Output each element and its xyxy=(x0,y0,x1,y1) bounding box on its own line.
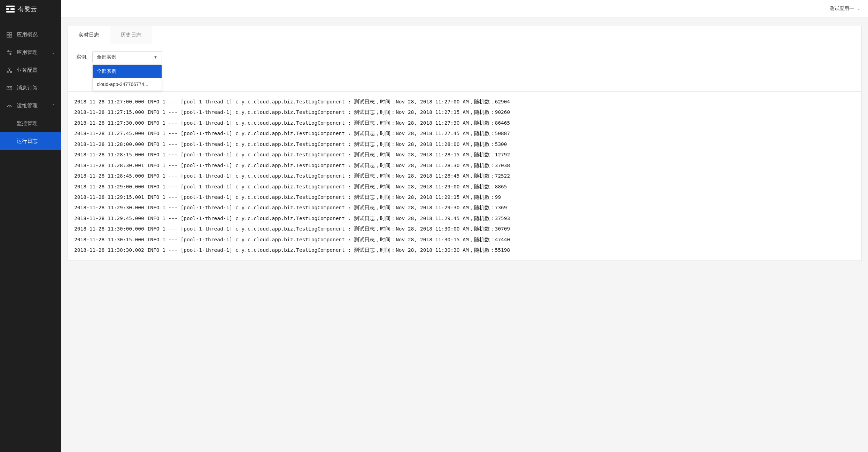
dropdown-option-instance[interactable]: cloud-app-347766774... xyxy=(93,78,162,91)
sidebar-item-label: 应用管理 xyxy=(17,49,38,56)
topbar: 测试应用一 ⌄ xyxy=(61,0,868,17)
svg-rect-0 xyxy=(7,32,9,34)
sidebar-subitem-label: 运行日志 xyxy=(17,138,38,144)
option-label: 全部实例 xyxy=(97,68,116,74)
chevron-down-icon: ⌄ xyxy=(52,50,55,55)
filter-instance-label: 实例: xyxy=(76,54,87,60)
log-line: 2018-11-28 11:29:15.001 INFO 1 --- [pool… xyxy=(74,192,855,202)
log-line: 2018-11-28 11:27:45.000 INFO 1 --- [pool… xyxy=(74,128,855,139)
sidebar-subitem-monitor[interactable]: 监控管理 xyxy=(0,115,61,132)
mail-icon xyxy=(6,85,13,91)
log-card: 实时日志 历史日志 实例: 全部实例 ▼ xyxy=(68,26,862,91)
instance-select[interactable]: 全部实例 ▼ xyxy=(92,51,162,63)
svg-point-8 xyxy=(9,68,10,69)
log-line: 2018-11-28 11:27:30.000 INFO 1 --- [pool… xyxy=(74,118,855,128)
sidebar-subitem-runlog[interactable]: 运行日志 xyxy=(0,132,61,150)
svg-rect-1 xyxy=(10,32,12,34)
chevron-up-icon: ⌃ xyxy=(52,103,55,108)
brand-name: 有赞云 xyxy=(18,5,37,13)
dropdown-option-all[interactable]: 全部实例 xyxy=(93,65,162,78)
log-line: 2018-11-28 11:28:15.000 INFO 1 --- [pool… xyxy=(74,149,855,160)
log-line: 2018-11-28 11:29:45.000 INFO 1 --- [pool… xyxy=(74,213,855,224)
sidebar-item-overview[interactable]: 应用概况 xyxy=(0,26,61,44)
tabs: 实时日志 历史日志 xyxy=(68,26,861,44)
instance-dropdown: 全部实例 cloud-app-347766774... xyxy=(92,64,162,91)
main-area: 测试应用一 ⌄ 实时日志 历史日志 实例: 全部 xyxy=(61,0,868,452)
caret-down-icon: ▼ xyxy=(154,55,157,59)
sliders-icon xyxy=(6,49,13,56)
sidebar-item-label: 运维管理 xyxy=(17,102,38,109)
log-line: 2018-11-28 11:30:15.000 INFO 1 --- [pool… xyxy=(74,234,855,245)
log-line: 2018-11-28 11:27:15.000 INFO 1 --- [pool… xyxy=(74,107,855,117)
svg-rect-2 xyxy=(7,35,9,37)
log-line: 2018-11-28 11:28:45.000 INFO 1 --- [pool… xyxy=(74,171,855,181)
log-output[interactable]: 2018-11-28 11:27:00.000 INFO 1 --- [pool… xyxy=(68,91,862,261)
dashboard-icon xyxy=(6,32,13,38)
tab-label: 历史日志 xyxy=(121,32,141,38)
gauge-icon xyxy=(6,103,13,109)
sidebar-item-label: 应用概况 xyxy=(17,31,38,38)
chevron-down-icon: ⌄ xyxy=(857,6,860,11)
brand-logo: 有赞云 xyxy=(0,0,61,18)
tab-label: 实时日志 xyxy=(78,32,99,38)
sidebar-item-label: 消息订阅 xyxy=(17,85,38,91)
tab-history-log[interactable]: 历史日志 xyxy=(110,26,152,44)
log-line: 2018-11-28 11:30:30.002 INFO 1 --- [pool… xyxy=(74,245,855,255)
sidebar-item-app-manage[interactable]: 应用管理 ⌄ xyxy=(0,44,61,61)
sidebar-item-message-sub[interactable]: 消息订阅 xyxy=(0,79,61,97)
logo-icon xyxy=(6,6,15,13)
svg-point-9 xyxy=(7,71,8,73)
sidebar: 有赞云 应用概况 应用管理 ⌄ 业务配置 xyxy=(0,0,61,452)
sidebar-nav: 应用概况 应用管理 ⌄ 业务配置 消息订阅 xyxy=(0,18,61,150)
sidebar-item-label: 业务配置 xyxy=(17,67,38,73)
select-value: 全部实例 xyxy=(97,54,116,60)
option-label: cloud-app-347766774... xyxy=(97,81,148,87)
log-line: 2018-11-28 11:28:30.001 INFO 1 --- [pool… xyxy=(74,160,855,171)
log-line: 2018-11-28 11:28:00.000 INFO 1 --- [pool… xyxy=(74,139,855,149)
log-line: 2018-11-28 11:29:00.000 INFO 1 --- [pool… xyxy=(74,181,855,192)
svg-point-10 xyxy=(10,71,12,73)
app-switcher[interactable]: 测试应用一 ⌄ xyxy=(830,6,860,12)
filter-bar: 实例: 全部实例 ▼ 全部实例 cloud-app-347766774... xyxy=(68,44,861,91)
tab-realtime-log[interactable]: 实时日志 xyxy=(68,26,110,44)
svg-rect-3 xyxy=(10,35,12,37)
sidebar-subitem-label: 监控管理 xyxy=(17,120,38,126)
app-switcher-label: 测试应用一 xyxy=(830,6,854,12)
nodes-icon xyxy=(6,67,13,73)
sidebar-item-biz-config[interactable]: 业务配置 xyxy=(0,61,61,79)
log-line: 2018-11-28 11:30:00.000 INFO 1 --- [pool… xyxy=(74,224,855,234)
svg-line-12 xyxy=(9,106,10,107)
sidebar-item-ops-manage[interactable]: 运维管理 ⌃ xyxy=(0,97,61,115)
log-line: 2018-11-28 11:29:30.000 INFO 1 --- [pool… xyxy=(74,202,855,213)
log-line: 2018-11-28 11:27:00.000 INFO 1 --- [pool… xyxy=(74,96,855,107)
